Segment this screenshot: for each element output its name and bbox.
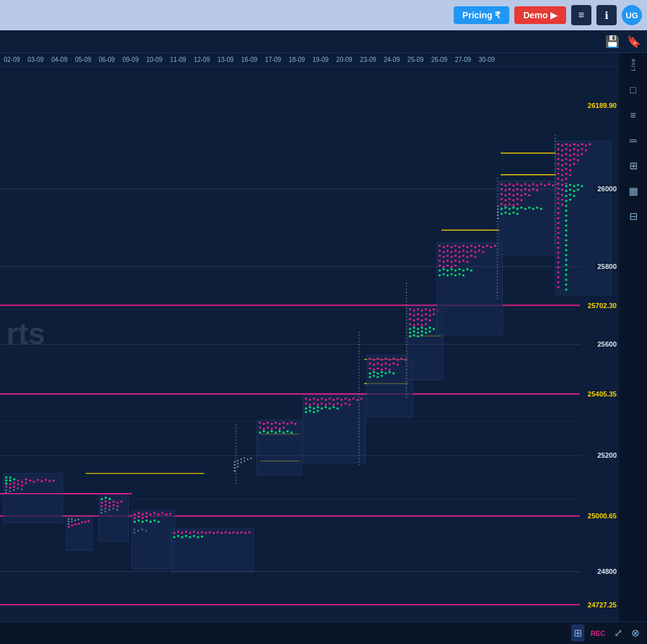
price-grid-line xyxy=(0,266,581,267)
svg-rect-472 xyxy=(557,158,559,160)
svg-rect-320 xyxy=(494,245,496,247)
demo-button[interactable]: Demo ▶ xyxy=(514,6,566,24)
grid-view-icon[interactable]: ⊞ xyxy=(571,624,584,641)
svg-rect-524 xyxy=(573,185,575,187)
svg-rect-266 xyxy=(425,308,426,310)
price-grid-line xyxy=(0,189,581,189)
sidebar-item-4[interactable]: ⊞ xyxy=(622,155,644,177)
sidebar-item-2[interactable]: ≡ xyxy=(622,104,644,127)
svg-rect-71 xyxy=(101,506,103,508)
svg-rect-336 xyxy=(450,256,452,258)
svg-rect-129 xyxy=(225,532,227,534)
svg-rect-21 xyxy=(5,477,7,479)
svg-rect-359 xyxy=(450,268,452,270)
svg-rect-252 xyxy=(377,373,378,374)
svg-rect-140 xyxy=(189,536,191,538)
svg-rect-64 xyxy=(84,521,86,523)
svg-rect-456 xyxy=(589,143,591,145)
svg-rect-100 xyxy=(161,512,163,514)
svg-rect-87 xyxy=(117,509,118,510)
svg-rect-335 xyxy=(447,255,449,257)
bookmark-icon[interactable]: 🔖 xyxy=(626,33,642,50)
close-icon[interactable]: ⊗ xyxy=(629,624,642,641)
svg-rect-253 xyxy=(381,371,383,373)
svg-rect-419 xyxy=(528,194,530,196)
date-axis: 02-0903-0904-0905-0906-0909-0910-0911-09… xyxy=(0,53,619,67)
svg-rect-395 xyxy=(532,183,534,185)
svg-rect-44 xyxy=(52,480,54,482)
svg-rect-398 xyxy=(544,184,546,186)
date-label: 20-09 xyxy=(332,56,356,63)
svg-rect-231 xyxy=(389,359,390,361)
svg-rect-39 xyxy=(33,481,35,483)
svg-rect-534 xyxy=(565,200,567,202)
svg-rect-411 xyxy=(536,189,538,191)
svg-rect-547 xyxy=(565,259,567,261)
svg-rect-435 xyxy=(516,208,518,210)
svg-rect-268 xyxy=(433,308,435,310)
svg-rect-265 xyxy=(421,309,423,311)
svg-rect-321 xyxy=(438,250,440,252)
sidebar-item-1[interactable]: □ xyxy=(622,79,644,102)
svg-rect-198 xyxy=(356,399,358,401)
svg-rect-548 xyxy=(565,264,567,266)
svg-rect-183 xyxy=(291,432,293,434)
svg-rect-144 xyxy=(234,461,235,462)
svg-rect-304 xyxy=(421,334,423,336)
date-label: 23-09 xyxy=(356,56,380,63)
svg-rect-493 xyxy=(565,178,567,180)
svg-rect-156 xyxy=(250,458,251,459)
svg-rect-451 xyxy=(569,145,571,146)
pricing-button[interactable]: Pricing ₹ xyxy=(454,6,509,24)
save-icon[interactable]: 💾 xyxy=(604,33,620,50)
date-label: 18-09 xyxy=(285,56,309,63)
svg-rect-41 xyxy=(41,480,43,482)
svg-rect-303 xyxy=(417,335,419,337)
svg-rect-204 xyxy=(321,403,323,405)
svg-rect-233 xyxy=(397,359,399,361)
fullscreen-icon[interactable]: ⤢ xyxy=(612,624,625,641)
svg-rect-459 xyxy=(565,148,567,150)
svg-rect-254 xyxy=(385,373,387,374)
sidebar-item-3[interactable]: ═ xyxy=(622,129,644,152)
menu-button[interactable]: ≡ xyxy=(571,5,591,25)
svg-rect-522 xyxy=(565,185,567,187)
svg-rect-205 xyxy=(325,404,327,406)
svg-rect-325 xyxy=(454,250,456,252)
svg-rect-370 xyxy=(459,273,461,275)
svg-rect-392 xyxy=(521,184,523,186)
svg-rect-90 xyxy=(134,517,136,519)
svg-rect-174 xyxy=(282,427,284,429)
user-avatar[interactable]: UG xyxy=(622,5,642,25)
svg-rect-251 xyxy=(373,371,375,373)
svg-rect-521 xyxy=(557,286,559,288)
svg-rect-124 xyxy=(205,532,207,534)
svg-rect-224 xyxy=(317,410,318,412)
svg-rect-519 xyxy=(557,277,559,278)
svg-rect-428 xyxy=(509,203,511,205)
svg-rect-316 xyxy=(478,245,480,247)
svg-rect-222 xyxy=(309,410,311,412)
svg-rect-492 xyxy=(561,179,563,181)
rec-button[interactable]: REC xyxy=(588,627,608,640)
svg-rect-180 xyxy=(279,431,281,432)
price-level-label: 24727.25 xyxy=(585,601,619,609)
svg-rect-518 xyxy=(557,271,559,273)
info-button[interactable]: ℹ xyxy=(596,5,617,25)
svg-rect-360 xyxy=(454,270,456,271)
chart-body[interactable]: rts xyxy=(0,67,619,621)
svg-rect-79 xyxy=(117,506,119,508)
svg-rect-264 xyxy=(417,308,419,310)
svg-rect-309 xyxy=(450,246,452,248)
svg-rect-203 xyxy=(317,404,318,406)
svg-rect-347 xyxy=(454,259,456,261)
svg-rect-486 xyxy=(569,169,571,171)
sidebar-item-6[interactable]: ⊟ xyxy=(622,205,644,228)
sidebar-item-5[interactable]: ▦ xyxy=(622,180,644,203)
svg-rect-444 xyxy=(509,213,511,215)
svg-rect-341 xyxy=(470,255,472,257)
svg-rect-474 xyxy=(565,158,567,160)
svg-rect-165 xyxy=(287,423,289,425)
svg-rect-326 xyxy=(459,251,461,253)
chart-icon-1: □ xyxy=(630,85,636,96)
